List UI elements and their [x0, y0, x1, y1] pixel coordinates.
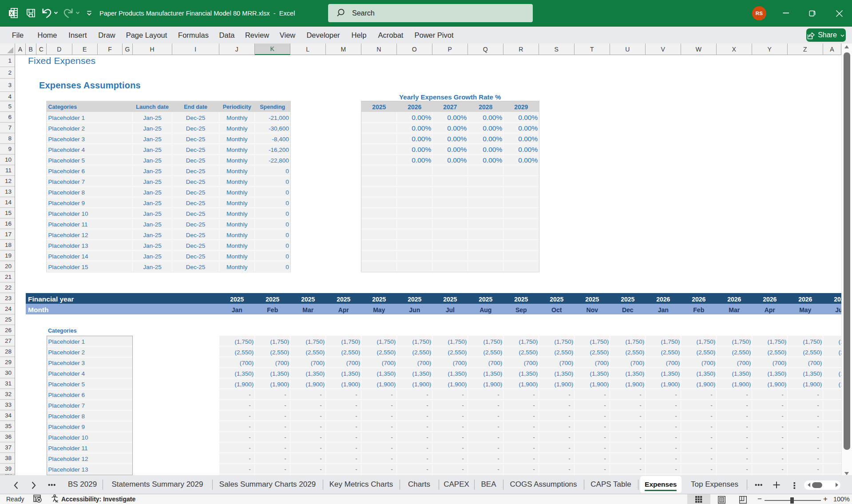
svg-text:X: X — [10, 11, 13, 16]
